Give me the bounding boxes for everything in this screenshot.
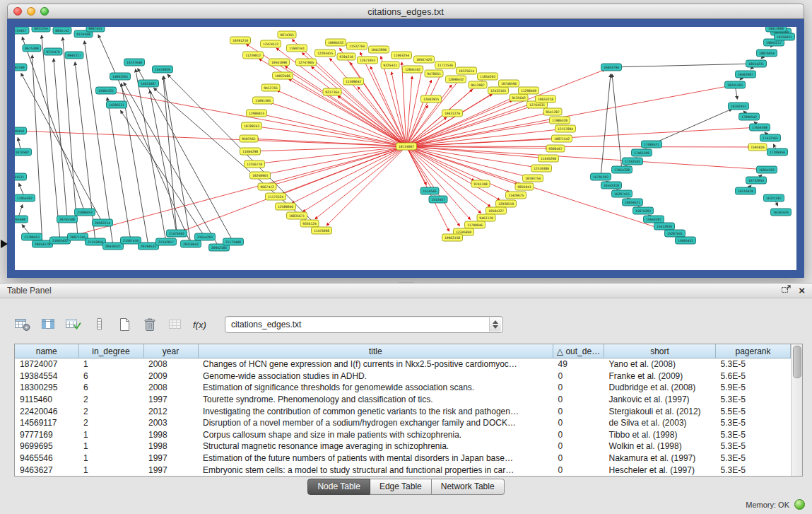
- graph-node[interactable]: 10748596: [499, 80, 519, 87]
- graph-node[interactable]: 21098453: [75, 209, 95, 216]
- table-cell[interactable]: Stergiakouli et al. (2012): [604, 405, 716, 417]
- table-cell[interactable]: 5.3E-5: [716, 440, 791, 452]
- table-row[interactable]: 1830029562008Estimation of significance …: [15, 382, 791, 394]
- graph-node[interactable]: 16732054: [746, 177, 767, 184]
- table-cell[interactable]: de Silva et al. (2003): [604, 417, 716, 429]
- graph-node[interactable]: 20318642: [181, 240, 201, 247]
- graph-node[interactable]: 10789243: [242, 122, 262, 129]
- graph-node[interactable]: 12098432: [446, 76, 466, 83]
- table-cell[interactable]: 1998: [143, 440, 198, 452]
- edit-table-icon[interactable]: [64, 316, 83, 333]
- graph-node[interactable]: 18245103: [725, 81, 746, 88]
- column-header-title[interactable]: title: [198, 344, 553, 358]
- graph-node[interactable]: 15876203: [633, 207, 654, 214]
- table-cell[interactable]: 9465546: [15, 452, 78, 465]
- table-cell[interactable]: 1: [78, 464, 143, 476]
- graph-node[interactable]: 11986320: [550, 117, 570, 124]
- graph-node[interactable]: 12683915: [421, 95, 442, 103]
- table-cell[interactable]: 0: [553, 382, 604, 394]
- graph-node[interactable]: 12401531: [15, 173, 27, 180]
- graph-node[interactable]: 10541098: [269, 59, 290, 66]
- graph-node[interactable]: 16843794: [601, 64, 622, 71]
- graph-node[interactable]: 15643287: [644, 216, 664, 223]
- table-row[interactable]: 1456911722003Disruption of a novel membe…: [15, 417, 791, 429]
- import-table-icon[interactable]: [165, 316, 184, 333]
- table-cell[interactable]: 18724007: [15, 358, 78, 370]
- table-cell[interactable]: 9115460: [15, 394, 78, 406]
- table-cell[interactable]: 2: [78, 405, 143, 417]
- table-cell[interactable]: 2: [78, 394, 143, 406]
- network-window-titlebar[interactable]: citations_edges.txt: [7, 4, 804, 19]
- table-row[interactable]: 2242004622012Investigating the contribut…: [15, 405, 791, 417]
- graph-node[interactable]: 10412896: [369, 46, 389, 53]
- graph-node[interactable]: 11790846: [465, 221, 486, 228]
- graph-node[interactable]: 9308467: [546, 145, 565, 152]
- table-cell[interactable]: Changes of HCN gene expression and I(f) …: [198, 358, 553, 370]
- graph-node[interactable]: 11954302: [15, 194, 35, 201]
- column-header-pagerank[interactable]: pagerank: [716, 344, 791, 358]
- graph-node[interactable]: 11684298: [240, 148, 261, 155]
- graph-node[interactable]: 9135642: [510, 94, 528, 101]
- column-header-name[interactable]: name: [15, 344, 78, 358]
- table-cell[interactable]: Wolkin et al. (1998): [604, 440, 716, 452]
- graph-node[interactable]: 17684521: [642, 141, 662, 148]
- memory-status-led-icon[interactable]: [794, 499, 805, 510]
- graph-node[interactable]: 16034521: [623, 199, 643, 206]
- zoom-window-button[interactable]: [40, 7, 49, 16]
- graph-node[interactable]: 11532764: [347, 42, 367, 49]
- graph-node[interactable]: 10653218: [536, 95, 556, 103]
- graph-node[interactable]: 1595826: [748, 144, 767, 151]
- delete-table-icon[interactable]: [140, 316, 159, 333]
- graph-node[interactable]: 9541287: [543, 108, 562, 115]
- graph-node[interactable]: 9745108: [471, 180, 490, 187]
- graph-node[interactable]: 9463120: [477, 214, 495, 221]
- graph-node[interactable]: 9356124: [300, 220, 319, 227]
- graph-node[interactable]: 10094532: [326, 39, 346, 46]
- graph-node[interactable]: 11239812: [243, 52, 264, 59]
- graph-node[interactable]: 10567423: [414, 56, 435, 63]
- graph-node[interactable]: 11476098: [312, 227, 332, 234]
- table-row[interactable]: 977716911998Corpus callosum shape and si…: [15, 429, 791, 441]
- graph-node[interactable]: 9031254: [32, 27, 50, 32]
- graph-node[interactable]: 10835671: [287, 212, 307, 219]
- graph-node[interactable]: 20436521: [103, 243, 124, 250]
- table-cell[interactable]: 0: [553, 370, 604, 382]
- graph-node[interactable]: 11298460: [519, 87, 539, 94]
- table-cell[interactable]: Franke et al. (2009): [604, 370, 716, 382]
- graph-node[interactable]: 18462087: [736, 71, 756, 78]
- table-cell[interactable]: 5.9E-5: [716, 382, 791, 394]
- table-cell[interactable]: Dudbridge et al. (2008): [604, 382, 716, 394]
- column-header-in-degree[interactable]: in_degree: [78, 344, 143, 358]
- graph-node[interactable]: 17243165: [623, 158, 643, 165]
- table-cell[interactable]: Jankovic et al. (1997): [604, 394, 716, 406]
- table-cell[interactable]: 0: [553, 417, 604, 429]
- table-cell[interactable]: 0: [553, 405, 604, 417]
- table-cell[interactable]: 0: [553, 464, 604, 476]
- graph-node[interactable]: 12432165: [488, 87, 509, 94]
- graph-node[interactable]: 11721536: [435, 62, 456, 69]
- table-cell[interactable]: Corpus callosum shape and size in male p…: [198, 429, 553, 441]
- graph-node[interactable]: 15287641: [665, 230, 686, 237]
- graph-node[interactable]: 17896542: [739, 113, 760, 120]
- graph-node[interactable]: 20871345: [68, 233, 88, 240]
- table-cell[interactable]: 5.6E-5: [716, 370, 791, 382]
- table-cell[interactable]: 5.3E-5: [716, 417, 791, 429]
- table-cell[interactable]: 5.3E-5: [716, 358, 791, 370]
- column-header-year[interactable]: year: [143, 344, 198, 358]
- table-cell[interactable]: 0: [553, 394, 604, 406]
- table-cell[interactable]: 2012: [143, 405, 198, 417]
- table-settings-icon[interactable]: [13, 316, 32, 333]
- graph-node[interactable]: 12510386: [531, 165, 552, 172]
- graph-node[interactable]: 18102453: [729, 103, 749, 110]
- graph-node[interactable]: 11508642: [343, 78, 364, 85]
- table-cell[interactable]: Investigating the contribution of common…: [198, 405, 553, 417]
- graph-node[interactable]: 10325614: [457, 67, 477, 74]
- table-cell[interactable]: 1998: [143, 429, 198, 441]
- graph-node[interactable]: 8724017: [15, 27, 29, 34]
- graph-node[interactable]: 11854203: [478, 73, 498, 80]
- graph-node[interactable]: 9412765: [261, 84, 280, 91]
- table-cell[interactable]: Embryonic stem cells: a model to study s…: [198, 464, 553, 476]
- table-cell[interactable]: 9777169: [15, 429, 78, 441]
- graph-node[interactable]: 17654308: [750, 124, 770, 131]
- tab-node-table[interactable]: Node Table: [307, 479, 370, 495]
